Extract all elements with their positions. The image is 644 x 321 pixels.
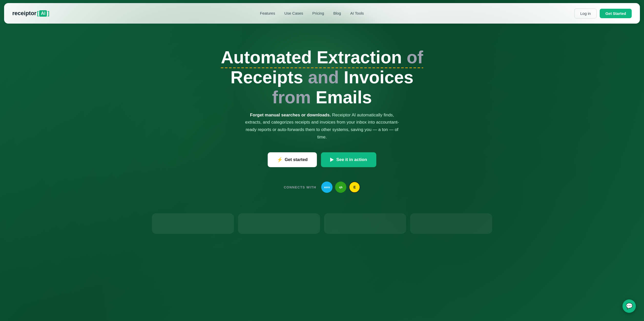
hero-get-started-button[interactable]: ⚡ Get started <box>268 152 317 167</box>
nav-link-features[interactable]: Features <box>260 11 275 15</box>
logo-text-main: receiptor <box>12 10 36 17</box>
hero-title-and: and <box>308 67 344 87</box>
hero-title: Automated Extraction of Receipts and Inv… <box>221 47 423 107</box>
hero-title-line1: Automated Extraction of <box>221 47 423 67</box>
login-button[interactable]: Log in <box>574 8 597 18</box>
preview-card-4 <box>410 213 492 234</box>
hero-title-receipts: Receipts <box>231 67 308 87</box>
hero-section: Automated Extraction of Receipts and Inv… <box>0 27 644 208</box>
hero-see-action-label: See it in action <box>336 157 367 162</box>
connects-logos: xero qb E <box>321 182 360 193</box>
chat-icon: 💬 <box>626 303 633 309</box>
nav-wrapper: receiptor [ AI ] Features Use Cases Pric… <box>0 0 644 27</box>
preview-card-3 <box>324 213 406 234</box>
nav-item-use-cases[interactable]: Use Cases <box>284 11 303 16</box>
expensify-logo: E <box>349 182 360 193</box>
logo-bracket-close: ] <box>47 10 49 17</box>
lightning-icon: ⚡ <box>277 157 283 163</box>
connects-label: CONNECTS WITH <box>284 185 316 189</box>
expensify-text: E <box>354 185 356 189</box>
nav-link-ai-tools[interactable]: AI Tools <box>350 11 364 15</box>
hero-buttons: ⚡ Get started See it in action <box>268 152 376 167</box>
hero-title-extraction: Automated Extraction <box>221 47 407 67</box>
qb-text: qb <box>339 186 342 189</box>
logo-ai-badge: AI <box>39 10 47 17</box>
nav-item-ai-tools[interactable]: AI Tools <box>350 11 364 16</box>
nav-link-use-cases[interactable]: Use Cases <box>284 11 303 15</box>
nav-actions: Log in Get Started <box>574 8 632 18</box>
nav-link-blog[interactable]: Blog <box>333 11 341 15</box>
hero-subtitle-bold: Forget manual searches or downloads. <box>250 113 331 117</box>
xero-text: xero <box>324 186 330 189</box>
hero-see-action-button[interactable]: See it in action <box>321 152 376 167</box>
hero-title-from: from <box>272 87 316 107</box>
nav-item-blog[interactable]: Blog <box>333 11 341 16</box>
preview-card-1 <box>152 213 234 234</box>
get-started-nav-button[interactable]: Get Started <box>600 9 632 18</box>
preview-card-2 <box>238 213 320 234</box>
connects-section: CONNECTS WITH xero qb E <box>284 182 360 193</box>
hero-get-started-label: Get started <box>285 157 308 162</box>
hero-title-of: of <box>407 47 423 67</box>
chat-bubble[interactable]: 💬 <box>622 299 636 313</box>
quickbooks-logo: qb <box>335 182 346 193</box>
logo-bracket-open: [ <box>37 10 39 17</box>
hero-subtitle: Forget manual searches or downloads. Rec… <box>243 112 401 141</box>
bottom-preview <box>0 213 644 234</box>
logo-link[interactable]: receiptor [ AI ] <box>12 10 49 17</box>
hero-title-invoices: Invoices <box>344 67 413 87</box>
nav-links: Features Use Cases Pricing Blog AI Tools <box>260 11 364 16</box>
play-icon <box>330 158 334 162</box>
nav-item-features[interactable]: Features <box>260 11 275 16</box>
xero-logo: xero <box>321 182 333 193</box>
navbar: receiptor [ AI ] Features Use Cases Pric… <box>4 3 640 24</box>
nav-link-pricing[interactable]: Pricing <box>312 11 324 15</box>
nav-item-pricing[interactable]: Pricing <box>312 11 324 16</box>
hero-title-emails: Emails <box>316 87 372 107</box>
